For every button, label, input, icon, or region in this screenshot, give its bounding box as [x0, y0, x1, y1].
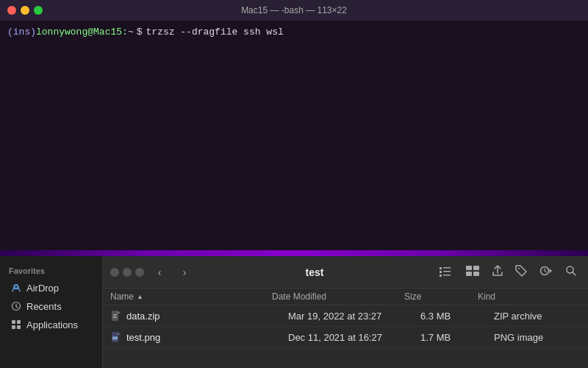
finder-main: ‹ › test	[103, 256, 588, 368]
svg-rect-2	[12, 320, 15, 324]
file-name: test.png	[126, 332, 288, 343]
svg-rect-14	[466, 272, 472, 276]
svg-rect-6	[440, 267, 442, 269]
action-button[interactable]	[535, 262, 557, 283]
svg-rect-11	[443, 275, 451, 276]
tag-button[interactable]	[512, 262, 531, 283]
terminal-window: Mac15 — -bash — 113×22 (ins) lonnywong @…	[0, 0, 588, 250]
column-size-header[interactable]: Size	[404, 291, 478, 302]
finder-window: Favorites AirDrop Recents	[0, 256, 588, 368]
airdrop-icon	[10, 282, 22, 294]
svg-rect-7	[443, 267, 451, 269]
finder-traffic-lights	[110, 268, 144, 277]
finder-maximize[interactable]	[135, 268, 144, 277]
toolbar-right	[435, 262, 581, 283]
finder-toolbar: ‹ › test	[103, 256, 588, 289]
terminal-title: Mac15 — -bash — 113×22	[241, 5, 347, 15]
prompt-dollar: $	[137, 26, 143, 38]
back-button[interactable]: ‹	[150, 263, 169, 282]
svg-rect-20	[113, 314, 117, 315]
file-row[interactable]: test.png Dec 11, 2021 at 16:27 1.7 MB PN…	[103, 327, 588, 348]
terminal-titlebar: Mac15 — -bash — 113×22	[0, 0, 588, 21]
file-list: Name ▲ Date Modified Size Kind	[103, 289, 588, 368]
window-divider	[0, 250, 588, 256]
forward-button[interactable]: ›	[175, 263, 194, 282]
file-list-header: Name ▲ Date Modified Size Kind	[103, 289, 588, 305]
file-date: Mar 19, 2022 at 23:27	[288, 311, 420, 322]
sidebar-item-applications[interactable]: Applications	[3, 316, 99, 333]
svg-rect-13	[473, 266, 479, 270]
svg-rect-15	[473, 272, 479, 276]
traffic-lights	[7, 6, 43, 15]
search-button[interactable]	[562, 262, 581, 283]
airdrop-label: AirDrop	[26, 283, 59, 294]
grid-view-button[interactable]	[462, 262, 484, 283]
prompt-at: @	[87, 26, 93, 38]
prompt-user: lonnywong	[36, 26, 87, 38]
file-date: Dec 11, 2021 at 16:27	[288, 332, 420, 343]
share-button[interactable]	[488, 262, 507, 283]
finder-sidebar: Favorites AirDrop Recents	[0, 256, 103, 368]
svg-rect-21	[113, 316, 116, 316]
recents-label: Recents	[26, 301, 62, 312]
svg-rect-4	[12, 325, 15, 329]
sidebar-item-recents[interactable]: Recents	[3, 297, 99, 315]
prompt-separator: :	[122, 26, 128, 38]
close-button[interactable]	[7, 6, 16, 15]
svg-rect-9	[443, 271, 451, 272]
prompt-dir: ~	[128, 26, 134, 38]
prompt-host: Mac15	[93, 26, 122, 38]
maximize-button[interactable]	[34, 6, 43, 15]
svg-rect-3	[17, 320, 21, 324]
svg-rect-10	[440, 275, 442, 277]
column-name-header[interactable]: Name ▲	[110, 291, 272, 302]
terminal-body[interactable]: (ins) lonnywong @ Mac15 : ~ $ trzsz --dr…	[0, 21, 588, 250]
favorites-label: Favorites	[0, 263, 102, 278]
zip-file-icon	[110, 309, 122, 322]
terminal-prompt: (ins) lonnywong @ Mac15 : ~ $ trzsz --dr…	[7, 26, 581, 38]
svg-rect-8	[440, 271, 442, 273]
file-size: 1.7 MB	[420, 332, 494, 343]
finder-close[interactable]	[110, 268, 119, 277]
recents-icon	[10, 300, 22, 312]
view-options-button[interactable]	[435, 262, 457, 283]
file-name: data.zip	[126, 311, 288, 322]
file-kind: PNG image	[494, 332, 581, 343]
file-row[interactable]: data.zip Mar 19, 2022 at 23:27 6.3 MB ZI…	[103, 305, 588, 327]
prompt-ins: (ins)	[7, 26, 36, 38]
svg-rect-22	[113, 317, 117, 318]
finder-minimize[interactable]	[123, 268, 132, 277]
svg-point-16	[518, 268, 520, 269]
file-kind: ZIP archive	[494, 311, 581, 322]
svg-rect-12	[466, 266, 472, 270]
minimize-button[interactable]	[21, 6, 29, 15]
png-file-icon	[110, 330, 122, 344]
svg-rect-5	[17, 325, 21, 329]
column-kind-header[interactable]: Kind	[478, 291, 581, 302]
current-path: test	[200, 266, 429, 278]
column-date-header[interactable]: Date Modified	[272, 291, 404, 302]
terminal-command: trzsz --dragfile ssh wsl	[146, 26, 284, 38]
applications-icon	[10, 319, 22, 330]
sidebar-item-airdrop[interactable]: AirDrop	[3, 279, 99, 297]
file-size: 6.3 MB	[420, 311, 494, 322]
applications-label: Applications	[26, 319, 78, 330]
